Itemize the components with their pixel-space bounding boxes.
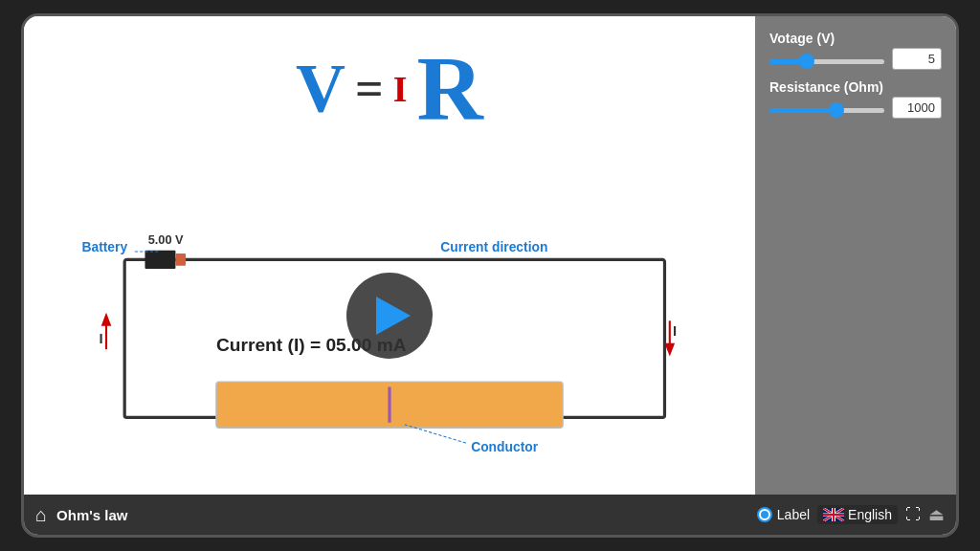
resistance-slider-container (769, 99, 884, 117)
svg-text:5.00 V: 5.00 V (148, 232, 184, 247)
voltage-slider-container (769, 51, 884, 68)
video-area: V = I R 5.00 V Battery (24, 16, 755, 495)
resistance-label: Resistance (Ohm) (769, 79, 942, 95)
svg-text:I: I (100, 331, 103, 346)
svg-rect-1 (145, 251, 175, 269)
bottom-bar: ⌂ Ohm's law Label E (24, 495, 956, 535)
app-title: Ohm's law (56, 507, 747, 523)
main-content: V = I R 5.00 V Battery (24, 16, 956, 495)
resistance-slider[interactable] (769, 108, 884, 113)
formula-i: I (393, 68, 408, 110)
play-triangle-icon (376, 297, 411, 335)
home-icon[interactable]: ⌂ (35, 504, 47, 526)
play-button[interactable] (346, 273, 433, 359)
formula-section: V = I R (43, 35, 736, 142)
svg-text:Current direction: Current direction (440, 239, 547, 254)
formula-r: R (417, 35, 483, 142)
app-frame: V = I R 5.00 V Battery (21, 13, 959, 538)
resistance-slider-row: 1000 (769, 97, 942, 119)
resistance-value-input[interactable]: 1000 (892, 97, 942, 119)
label-radio-dot (757, 507, 772, 522)
language-text: English (848, 507, 892, 522)
svg-text:Battery: Battery (81, 239, 127, 254)
label-text: Label (777, 507, 810, 522)
flag-container: English (817, 505, 898, 524)
svg-text:Conductor: Conductor (471, 439, 539, 454)
voltage-slider[interactable] (769, 59, 884, 64)
svg-marker-9 (101, 313, 112, 326)
voltage-value-input[interactable]: 5 (892, 48, 942, 70)
svg-rect-26 (833, 508, 835, 521)
resistance-control: Resistance (Ohm) 1000 (769, 79, 942, 119)
circuit-area: 5.00 V Battery Current direction I I (43, 146, 736, 485)
formula-equals: = (355, 60, 384, 117)
fullscreen-icon[interactable]: ⛶ (905, 506, 921, 523)
voltage-control: Votage (V) 5 (769, 31, 942, 70)
uk-flag-icon (823, 508, 844, 521)
formula-v: V (296, 49, 345, 128)
voltage-label: Votage (V) (769, 31, 942, 46)
right-panel: Votage (V) 5 Resistance (Ohm) 1000 (755, 16, 956, 495)
bottom-controls: Label English ⛶ ⏏ (757, 504, 945, 525)
voltage-slider-row: 5 (769, 48, 942, 70)
svg-rect-2 (175, 253, 186, 266)
svg-text:I: I (673, 323, 677, 339)
label-toggle[interactable]: Label (757, 507, 810, 522)
expand-icon[interactable]: ⏏ (928, 504, 945, 525)
